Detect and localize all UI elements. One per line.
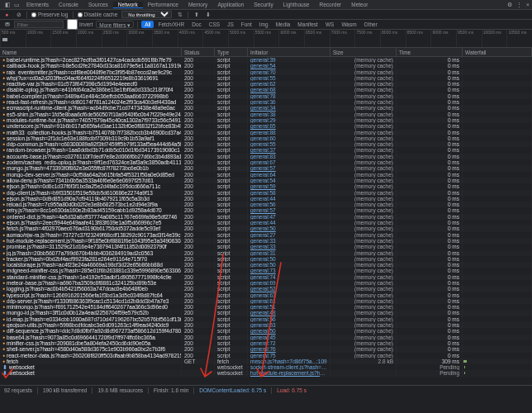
- table-row[interactable]: ⬍websocketwebsocketsocket-stream-client.…: [0, 364, 532, 370]
- cell-name[interactable]: ●ddp-server.js?hash=f1330f886363f9cac1c5…: [0, 298, 182, 304]
- cell-name[interactable]: ●localstorage.js?hash=ac4f23e24a46669a19…: [0, 262, 182, 268]
- table-row[interactable]: ●disable-oplog.js?hash=e41bfd64ca2e386be…: [0, 87, 532, 93]
- col-size[interactable]: Size: [330, 48, 397, 56]
- tab-application[interactable]: Application: [212, 2, 249, 7]
- cell-name[interactable]: ●logging.js?hash=ac0b4b5421f56063a747dca…: [0, 286, 182, 292]
- cell-initiator[interactable]: general:48: [248, 310, 330, 316]
- cell-initiator[interactable]: general:78: [248, 93, 330, 99]
- cell-name[interactable]: ●retry.js?hash=8cc1e630da160e2b83ad45159…: [0, 207, 182, 213]
- cell-initiator[interactable]: general:31: [248, 250, 330, 256]
- cell-initiator[interactable]: general:57: [248, 165, 330, 171]
- table-row[interactable]: ●mongo.js?hash=473393f0f862e3e055ffc87f7…: [0, 165, 532, 171]
- close-icon[interactable]: ×: [524, 2, 532, 7]
- type-media[interactable]: Media: [273, 21, 294, 28]
- filter-icon[interactable]: ⛃: [3, 21, 11, 28]
- cell-initiator[interactable]: general:54: [248, 63, 330, 69]
- cell-name[interactable]: ●reactive-var.js?hash=01c573f647398c5d19…: [0, 81, 182, 87]
- invert-checkbox[interactable]: Invert: [67, 19, 93, 30]
- cell-initiator[interactable]: general:45: [248, 335, 330, 340]
- table-header[interactable]: NameStatusTypeInitiatorSizeTimeWaterfall: [0, 48, 532, 57]
- cell-name[interactable]: ●zodern/caches_redis-oplog.js?hash=9ff1e…: [0, 159, 182, 165]
- type-ws[interactable]: WS: [322, 21, 337, 28]
- cell-name[interactable]: ●math33_collection-hooks.js?hash=b751407…: [0, 130, 182, 135]
- table-row[interactable]: ●accounts-base.js?hash=c0276110f7dedf7e8…: [0, 154, 532, 159]
- table-row[interactable]: ●underscore.js?hash=91b6b017a565fa4d3ae1…: [0, 123, 532, 129]
- cell-initiator[interactable]: general:69: [248, 280, 330, 286]
- cell-initiator[interactable]: meson.js?hash=7d86f75a...:109: [248, 358, 330, 364]
- device-toggle-icon[interactable]: ▭: [12, 2, 21, 8]
- table-row[interactable]: ●mdgneed-minifier-css.js?hash=285e01f6b2…: [0, 268, 532, 273]
- table-row[interactable]: ●geojson-utils.js?hash=5998bcdfdcabc3e0d…: [0, 322, 532, 328]
- cell-name[interactable]: ●shell-server.js?hash=4580d40a588d3675c1…: [0, 346, 182, 352]
- record-icon[interactable]: ●: [3, 12, 11, 17]
- cell-initiator[interactable]: general:29: [248, 117, 330, 123]
- cell-name[interactable]: ●fetch: [0, 358, 182, 364]
- table-row[interactable]: ●modules-runtime-hot.js?hash=74057579a45…: [0, 117, 532, 123]
- cell-name[interactable]: ●typescript.js?hash=1266916201566efa1f3b…: [0, 292, 182, 298]
- cell-name[interactable]: ●mongo-id.js?hash=3ff1c0d0b12a4ead225670…: [0, 310, 182, 316]
- cell-name[interactable]: ●id-map.js?hash=e0334cbb1000a687d710d471…: [0, 316, 182, 322]
- tab-meteor[interactable]: Meteor: [346, 2, 373, 7]
- table-row[interactable]: ●tracker.js?hash=0bd2bf4acf9923fa281e264…: [0, 256, 532, 262]
- cell-name[interactable]: ●session.js?hash=2f1dc1e63e188fcdbf7309b…: [0, 135, 182, 141]
- table-row[interactable]: ●ejson.js?hash=0d6c1d37f6f3f1bc8a25e2d4f…: [0, 183, 532, 189]
- cell-initiator[interactable]: general:38: [248, 112, 330, 117]
- table-row[interactable]: ●fetchGETfetchmeson.js?hash=7d86f75a...:…: [0, 358, 532, 364]
- table-row[interactable]: ●ddp-common.js?hash=c60300089a92f3fd7459…: [0, 141, 532, 147]
- disable-cache-checkbox[interactable]: Disable cache: [78, 12, 118, 17]
- cell-name[interactable]: ●underscore.js?hash=91b6b017a565fa4d3ae1…: [0, 123, 182, 129]
- cell-initiator[interactable]: general:65: [248, 123, 330, 129]
- table-row[interactable]: ●ejson.js?hash=2eec5944e649aafe413f83f63…: [0, 220, 532, 225]
- col-name[interactable]: Name: [0, 48, 182, 56]
- cell-initiator[interactable]: general:72: [248, 340, 330, 346]
- cell-name[interactable]: ●reload.js?hash=7c955a80d0b02f2e3e8b6825…: [0, 202, 182, 207]
- cell-name[interactable]: ●standard-minifier-css.js?hash=1e4192e53…: [0, 274, 182, 280]
- clear-icon[interactable]: ⊘: [15, 12, 22, 18]
- table-row[interactable]: ●zodern/caches_redis-oplog.js?hash=9ff1e…: [0, 159, 532, 165]
- cell-name[interactable]: ●minimongo.js?hash=f691712542e45184dff64…: [0, 304, 182, 310]
- cell-name[interactable]: ●ejson.js?hash=0d9d851d90a7cf94119b46792…: [0, 196, 182, 202]
- cell-initiator[interactable]: general:50: [248, 262, 330, 268]
- cell-initiator[interactable]: general:67: [248, 159, 330, 165]
- cell-initiator[interactable]: general:39: [248, 57, 330, 63]
- cell-initiator[interactable]: general:36: [248, 99, 330, 105]
- cell-name[interactable]: ⬍websocket: [0, 364, 182, 370]
- cell-initiator[interactable]: general:27: [248, 232, 330, 238]
- filter-input[interactable]: [14, 21, 64, 28]
- cell-name[interactable]: ●mongo-dev-server.js?hash=0cf58a64a2b615…: [0, 172, 182, 178]
- cell-initiator[interactable]: general:55: [248, 75, 330, 81]
- tab-console[interactable]: Console: [54, 2, 83, 7]
- cell-initiator[interactable]: general:54: [248, 178, 330, 183]
- cell-name[interactable]: ●promise.js?hash=311529c21d16e4e73879413…: [0, 244, 182, 249]
- cell-initiator[interactable]: general:33: [248, 238, 330, 244]
- type-wasm[interactable]: Wasm: [338, 21, 359, 28]
- type-other[interactable]: Other: [361, 21, 381, 28]
- cell-name[interactable]: ●allow-deny.js?hash=7341b0b5a3533a46f6e0…: [0, 178, 182, 183]
- table-row[interactable]: ●mongo-dev-server.js?hash=0cf58a64a2b615…: [0, 172, 532, 178]
- cell-initiator[interactable]: general:53: [248, 322, 330, 328]
- cell-initiator[interactable]: general:74: [248, 274, 330, 280]
- col-type[interactable]: Type: [215, 48, 248, 56]
- cell-initiator[interactable]: general:57: [248, 207, 330, 213]
- cell-initiator[interactable]: general:50: [248, 225, 330, 231]
- cell-initiator[interactable]: general:60: [248, 135, 330, 141]
- cell-initiator[interactable]: general:88: [248, 130, 330, 135]
- table-row[interactable]: ●babel-runtime.js?hash=2cec827edfba3f014…: [0, 57, 532, 63]
- tab-network[interactable]: Network: [113, 2, 143, 8]
- table-row[interactable]: ●math33_collection-hooks.js?hash=b751407…: [0, 130, 532, 135]
- settings-icon[interactable]: ⚙: [506, 2, 514, 8]
- cell-name[interactable]: ⬍websocket: [0, 370, 182, 376]
- preserve-log-checkbox[interactable]: Preserve log: [31, 12, 69, 17]
- download-icon[interactable]: ⬇: [204, 12, 211, 18]
- cell-name[interactable]: ●fetch.js?hash=4f02970aec676ad3190b61750…: [0, 225, 182, 231]
- cell-initiator[interactable]: general:59: [248, 183, 330, 189]
- cell-name[interactable]: ●whpj?ux=cd0a2d203ffec04acf664f0224f9653…: [0, 75, 182, 81]
- type-manifest[interactable]: Manifest: [294, 21, 321, 28]
- table-row[interactable]: ●logging.js?hash=ac0b4b5421f56063a747dca…: [0, 286, 532, 292]
- table-row[interactable]: ●meteor-base.js?hash=a6967ba3509c8f8881c…: [0, 280, 532, 286]
- cell-initiator[interactable]: general:55: [248, 141, 330, 147]
- col-status[interactable]: Status: [182, 48, 215, 56]
- tab-security[interactable]: Security: [249, 2, 278, 7]
- table-row[interactable]: ●ecmascript-runtime-client.js?hash=ac64d…: [0, 105, 532, 111]
- table-row[interactable]: ●ddp-client.js?hash=b9f33501f519e58cb5d6…: [0, 190, 532, 196]
